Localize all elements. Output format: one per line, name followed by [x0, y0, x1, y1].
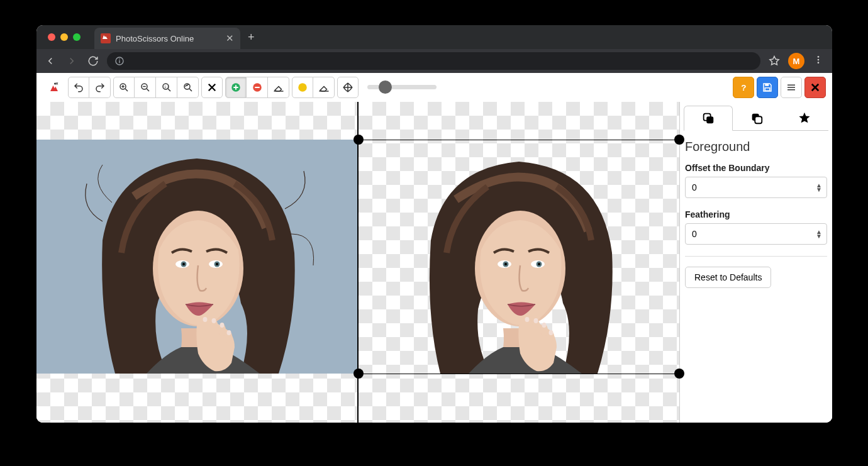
slider-thumb[interactable]	[379, 80, 392, 94]
svg-rect-17	[765, 87, 770, 91]
background-marker-button[interactable]	[247, 77, 268, 98]
feathering-label: Feathering	[685, 209, 827, 219]
maximize-window-button[interactable]	[73, 33, 81, 41]
zoom-actual-button[interactable]: 1:1	[156, 77, 177, 98]
svg-rect-52	[755, 116, 762, 123]
original-image	[36, 140, 357, 374]
nav-forward-button[interactable]	[64, 53, 79, 69]
panel-section-title: Foreground	[685, 140, 827, 154]
eraser-marker-button[interactable]	[268, 77, 289, 98]
close-button[interactable]	[804, 77, 826, 98]
svg-point-5	[818, 62, 820, 64]
redo-button[interactable]	[89, 77, 111, 98]
bookmark-star-icon[interactable]	[767, 53, 782, 69]
minimize-window-button[interactable]	[60, 33, 68, 41]
offset-select[interactable]: 0	[685, 177, 827, 198]
nav-back-button[interactable]	[43, 53, 58, 69]
undo-button[interactable]	[68, 77, 89, 98]
tab-favicon	[101, 33, 111, 43]
svg-point-33	[227, 330, 231, 335]
tab-close-icon[interactable]: ✕	[226, 33, 234, 44]
browser-window: PhotoScissors Online ✕ + M	[36, 25, 832, 423]
zoom-fit-button[interactable]	[177, 77, 199, 98]
svg-point-11	[184, 84, 190, 89]
eraser-hair-button[interactable]	[313, 77, 335, 98]
tab-title: PhotoScissors Online	[116, 34, 221, 43]
pan-tool-button[interactable]	[337, 77, 359, 98]
menu-button[interactable]	[781, 77, 802, 98]
url-input[interactable]	[107, 52, 760, 70]
site-info-icon	[114, 56, 125, 66]
svg-point-6	[54, 82, 56, 84]
close-window-button[interactable]	[48, 33, 55, 41]
address-bar: M	[36, 49, 832, 73]
result-pane[interactable]	[359, 102, 679, 423]
svg-point-4	[818, 59, 820, 61]
svg-point-45	[525, 317, 530, 322]
save-button[interactable]	[757, 77, 778, 98]
browser-menu-icon[interactable]	[811, 55, 826, 67]
panel-divider	[685, 256, 827, 257]
hair-marker-button[interactable]	[292, 77, 313, 98]
zoom-in-button[interactable]	[113, 77, 135, 98]
svg-point-46	[534, 318, 538, 323]
svg-text:?: ?	[741, 82, 746, 92]
offset-label: Offset the Boundary	[685, 163, 827, 173]
svg-text:1:1: 1:1	[164, 84, 169, 88]
feathering-select[interactable]: 0	[685, 223, 827, 245]
panel-tab-effects[interactable]	[781, 106, 828, 131]
reset-defaults-button[interactable]: Reset to Defaults	[685, 267, 771, 288]
help-button[interactable]: ?	[733, 77, 754, 98]
svg-point-47	[542, 323, 547, 328]
svg-rect-2	[119, 58, 120, 59]
result-image	[359, 140, 679, 374]
svg-point-22	[182, 263, 185, 265]
svg-point-37	[504, 263, 507, 265]
titlebar: PhotoScissors Online ✕ +	[36, 25, 832, 49]
brush-size-slider[interactable]	[367, 85, 437, 89]
crop-border-bottom	[359, 374, 679, 374]
panel-body: Foreground Offset the Boundary 0 ▲▼ Feat…	[684, 131, 828, 288]
zoom-out-button[interactable]	[135, 77, 156, 98]
offset-value: 0	[692, 182, 697, 192]
app-logo-icon[interactable]	[43, 76, 65, 99]
svg-point-31	[212, 318, 216, 323]
foreground-marker-button[interactable]	[225, 77, 247, 98]
svg-rect-16	[765, 84, 769, 86]
window-controls	[36, 33, 81, 41]
svg-point-3	[818, 56, 820, 58]
panel-tab-foreground[interactable]	[684, 106, 733, 131]
svg-point-32	[220, 323, 225, 328]
clear-marks-button[interactable]	[201, 77, 223, 98]
svg-rect-50	[706, 116, 713, 123]
svg-point-14	[298, 83, 307, 92]
svg-point-30	[203, 317, 208, 322]
svg-rect-1	[119, 60, 120, 64]
editor-area: Foreground Offset the Boundary 0 ▲▼ Feat…	[36, 102, 832, 423]
original-pane[interactable]	[36, 102, 357, 423]
app-toolbar: 1:1	[36, 73, 832, 102]
new-tab-button[interactable]: +	[240, 31, 262, 44]
svg-point-25	[216, 263, 218, 265]
nav-reload-button[interactable]	[86, 53, 101, 69]
feathering-value: 0	[692, 229, 697, 239]
svg-point-40	[538, 263, 540, 265]
properties-panel: Foreground Offset the Boundary 0 ▲▼ Feat…	[679, 102, 832, 423]
svg-point-48	[549, 330, 554, 335]
slider-track	[367, 85, 437, 89]
browser-tab[interactable]: PhotoScissors Online ✕	[94, 28, 240, 49]
panel-tabs	[684, 106, 828, 131]
profile-avatar[interactable]: M	[788, 53, 804, 69]
panel-tab-background[interactable]	[733, 106, 781, 131]
